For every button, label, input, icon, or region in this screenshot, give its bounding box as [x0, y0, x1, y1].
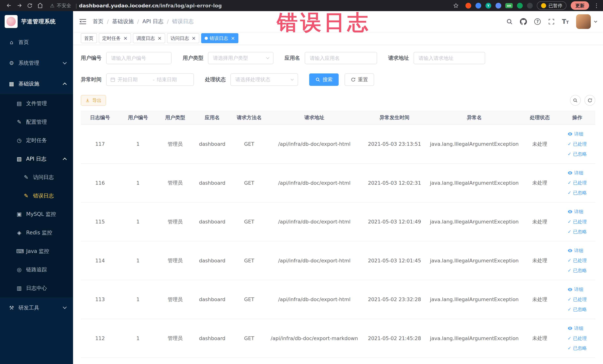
breadcrumb-item[interactable]: 首页 [93, 18, 104, 25]
sidebar-item-api-log[interactable]: ▧API 日志 [0, 150, 73, 168]
profile-paused-chip[interactable]: 已暂停 [537, 1, 567, 10]
sidebar-item-dev-tools[interactable]: ⚒研发工具 [0, 297, 73, 318]
table-cell: 1 [119, 319, 157, 358]
refresh-table-button[interactable] [584, 95, 595, 106]
extension-icon[interactable] [465, 3, 471, 9]
reload-icon[interactable] [25, 0, 35, 11]
sidebar-item-log-center[interactable]: ▥日志中心 [0, 279, 73, 297]
action-detail-link[interactable]: 详细 [568, 207, 583, 217]
sidebar-item-mysql-monitor[interactable]: ▣MySQL 监控 [0, 205, 73, 224]
action-processed-link[interactable]: ✓已处理 [568, 295, 587, 304]
request-url-input[interactable] [414, 52, 485, 64]
toggle-search-button[interactable] [570, 95, 581, 106]
font-size-icon[interactable]: TT [562, 19, 569, 25]
sidebar-item-java-monitor[interactable]: ⌨Java 监控 [0, 242, 73, 260]
app-name-input[interactable] [305, 52, 377, 64]
tab-home[interactable]: 首页 [81, 33, 97, 43]
tab-error-log[interactable]: 错误日志× [201, 33, 238, 43]
update-button[interactable]: 更新 [571, 1, 589, 10]
select-placeholder: 请选择处理状态 [235, 76, 270, 83]
github-icon[interactable] [520, 18, 527, 25]
hamburger-icon[interactable] [79, 19, 86, 25]
tab-schedule-log[interactable]: 调度日志× [133, 33, 165, 43]
url-divider: | [75, 3, 77, 9]
home-icon[interactable] [35, 0, 46, 11]
action-ignored-link[interactable]: ✓已忽略 [568, 266, 587, 275]
breadcrumb-item[interactable]: 基础设施 [112, 18, 134, 25]
action-ignored-link[interactable]: ✓已忽略 [568, 305, 587, 314]
sidebar-item-config-mgmt[interactable]: ✎配置管理 [0, 113, 73, 131]
tab-scheduled-tasks[interactable]: 定时任务× [99, 33, 131, 43]
search-icon[interactable] [506, 18, 513, 25]
extension-icon[interactable] [517, 3, 523, 9]
export-button[interactable]: 导出 [81, 95, 106, 106]
table-cell: 1 [119, 241, 157, 280]
forward-icon[interactable] [14, 0, 25, 11]
table-cell: 1 [119, 280, 157, 319]
bookmark-star-icon[interactable] [451, 0, 461, 11]
action-label: 详细 [574, 246, 583, 256]
security-indicator[interactable]: ⚠ 不安全 | [50, 2, 79, 9]
extension-on-badge[interactable]: on [505, 3, 512, 8]
action-label: 已处理 [573, 295, 587, 304]
sidebar-item-infrastructure[interactable]: ▦基础设施 [0, 73, 73, 94]
action-detail-link[interactable]: 详细 [568, 285, 583, 294]
url-path: /infra/log/api-error-log [159, 3, 222, 9]
action-detail-link[interactable]: 详细 [568, 168, 583, 178]
action-ignored-link[interactable]: ✓已忽略 [568, 188, 587, 198]
app-logo-row[interactable]: 芋道管理系统 [0, 11, 73, 32]
tab-close-icon[interactable]: × [123, 36, 128, 41]
sidebar-item-error-log[interactable]: ✎错误日志 [0, 187, 73, 205]
tab-label: 首页 [84, 35, 93, 41]
back-icon[interactable] [4, 0, 14, 11]
reset-button[interactable]: 重置 [345, 73, 374, 86]
action-processed-link[interactable]: ✓已处理 [568, 217, 587, 227]
extension-icon[interactable]: Y [486, 3, 491, 9]
browser-menu-icon[interactable]: ⋮ [594, 2, 599, 9]
sidebar-item-file-mgmt[interactable]: ▤文件管理 [0, 94, 73, 113]
avatar-caret-icon[interactable] [594, 20, 597, 23]
table-cell: 112 [81, 319, 119, 358]
process-status-select[interactable]: 请选择处理状态 [231, 73, 298, 86]
action-processed-link[interactable]: ✓已处理 [568, 178, 587, 188]
action-detail-link[interactable]: 详细 [568, 246, 583, 256]
action-detail-link[interactable]: 详细 [568, 324, 583, 333]
action-ignored-link[interactable]: ✓已忽略 [568, 149, 587, 159]
url-domain: dashboard.yudao.iocoder.cn [79, 3, 159, 9]
user-type-select[interactable]: 请选择用户类型 [208, 52, 273, 64]
sidebar-item-label: 定时任务 [26, 137, 47, 144]
extension-icon[interactable] [527, 3, 533, 9]
action-processed-link[interactable]: ✓已处理 [568, 256, 587, 265]
tab-close-icon[interactable]: × [231, 36, 235, 41]
help-icon[interactable]: ? [534, 18, 541, 25]
extension-icon[interactable] [475, 3, 481, 9]
action-processed-link[interactable]: ✓已处理 [568, 139, 587, 149]
fullscreen-icon[interactable] [548, 18, 555, 25]
date-range-picker[interactable]: 开始日期 - 结束日期 [106, 73, 194, 86]
sidebar-item-trace[interactable]: ◎链路追踪 [0, 260, 73, 279]
sidebar-item-redis-monitor[interactable]: ◈Redis 监控 [0, 223, 73, 242]
table-cell: 未处理 [521, 202, 559, 241]
table-cell: 未处理 [521, 319, 559, 358]
tab-access-log[interactable]: 访问日志× [167, 33, 199, 43]
sidebar-item-system-mgmt[interactable]: ⚙系统管理 [0, 53, 73, 73]
sidebar-item-home[interactable]: ⌂首页 [0, 32, 73, 53]
action-detail-link[interactable]: 详细 [568, 129, 583, 139]
action-ignored-link[interactable]: ✓已忽略 [568, 343, 587, 353]
search-button[interactable]: 搜索 [309, 73, 339, 86]
tab-close-icon[interactable]: × [158, 36, 162, 41]
action-processed-link[interactable]: ✓已处理 [568, 334, 587, 343]
breadcrumb-item: 错误日志 [172, 18, 194, 25]
extension-icon[interactable] [496, 3, 501, 9]
address-bar[interactable]: dashboard.yudao.iocoder.cn /infra/log/ap… [79, 3, 446, 9]
action-ignored-link[interactable]: ✓已忽略 [568, 227, 587, 237]
breadcrumb-item[interactable]: API 日志 [142, 18, 163, 25]
user-avatar[interactable] [576, 14, 591, 29]
sidebar-item-scheduled-tasks[interactable]: ◷定时任务 [0, 131, 73, 150]
sidebar-item-access-log[interactable]: ✎访问日志 [0, 168, 73, 187]
table-row: 1141管理员dashboardGET/api/infra/db-doc/exp… [81, 241, 595, 280]
tab-close-icon[interactable]: × [192, 36, 196, 41]
page-content: 用户编号 用户类型 请选择用户类型 应用名 [73, 45, 603, 364]
user-id-input[interactable] [106, 52, 172, 64]
sidebar-item-label: 研发工具 [19, 304, 39, 311]
